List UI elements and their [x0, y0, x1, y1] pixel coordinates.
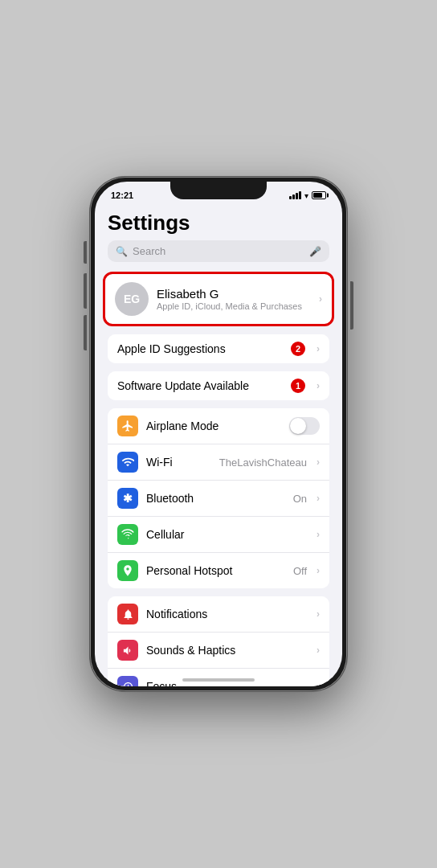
cellular-row[interactable]: Cellular › [108, 517, 329, 553]
software-badge: 1 [291, 379, 305, 393]
wifi-icon [117, 452, 138, 473]
software-update-label: Software Update Available [117, 379, 283, 392]
chevron-right-icon: › [317, 380, 320, 391]
volume-up-button [84, 273, 87, 309]
suggestions-section: Apple ID Suggestions 2 › [108, 334, 329, 363]
bluetooth-icon: ✱ [117, 488, 138, 509]
home-indicator [182, 678, 255, 682]
chevron-right-icon: › [317, 645, 320, 656]
signal-icon [289, 191, 301, 199]
bluetooth-label: Bluetooth [146, 492, 285, 505]
apple-id-subtitle: Apple ID, iCloud, Media & Purchases [157, 301, 311, 311]
wifi-row[interactable]: Wi-Fi TheLavishChateau › [108, 444, 329, 481]
apple-id-text: Elisabeth G Apple ID, iCloud, Media & Pu… [157, 287, 311, 311]
chevron-right-icon: › [317, 681, 320, 686]
focus-icon [117, 676, 138, 686]
sounds-label: Sounds & Haptics [146, 644, 308, 657]
status-time: 12:21 [111, 190, 133, 200]
chevron-right-icon: › [317, 608, 320, 620]
bluetooth-row[interactable]: ✱ Bluetooth On › [108, 481, 329, 517]
software-update-section: Software Update Available 1 › [108, 371, 329, 400]
battery-fill [313, 193, 322, 198]
page-title: Settings [95, 204, 342, 240]
notifications-section: Notifications › Sounds & Haptics › [108, 596, 329, 686]
airplane-mode-row[interactable]: Airplane Mode [108, 408, 329, 444]
mute-button [84, 241, 87, 264]
phone-screen: 12:21 ▾ Settings 🔍 Search [95, 182, 342, 686]
cellular-label: Cellular [146, 528, 308, 541]
notifications-icon [117, 604, 138, 624]
connectivity-section: Airplane Mode Wi-Fi TheLavishChateau › [108, 408, 329, 588]
apple-id-name: Elisabeth G [157, 287, 311, 301]
power-button [350, 281, 353, 330]
notifications-label: Notifications [146, 608, 308, 620]
focus-row[interactable]: Focus › [108, 669, 329, 686]
chevron-right-icon: › [317, 565, 320, 576]
suggestions-label: Apple ID Suggestions [117, 342, 283, 355]
airplane-mode-icon [117, 416, 138, 436]
chevron-right-icon: › [317, 493, 320, 504]
airplane-mode-label: Airplane Mode [146, 420, 281, 432]
search-icon: 🔍 [116, 246, 128, 257]
battery-icon [312, 191, 326, 199]
chevron-right-icon: › [317, 529, 320, 540]
notifications-row[interactable]: Notifications › [108, 596, 329, 633]
mic-icon: 🎤 [309, 246, 321, 257]
chevron-right-icon: › [317, 343, 320, 354]
chevron-right-icon: › [317, 457, 320, 468]
search-bar[interactable]: 🔍 Search 🎤 [108, 240, 329, 262]
hotspot-value: Off [293, 565, 307, 577]
hotspot-row[interactable]: Personal Hotspot Off › [108, 553, 329, 588]
chevron-right-icon: › [319, 293, 322, 305]
bluetooth-value: On [293, 493, 307, 505]
cellular-icon [117, 524, 138, 545]
phone-frame: 12:21 ▾ Settings 🔍 Search [90, 177, 347, 691]
volume-down-button [84, 315, 87, 350]
sounds-icon [117, 640, 138, 661]
wifi-label: Wi-Fi [146, 456, 211, 469]
notch [170, 182, 267, 199]
airplane-mode-toggle[interactable] [289, 417, 320, 435]
suggestions-badge: 2 [291, 342, 305, 356]
avatar: EG [115, 282, 149, 316]
apple-id-section[interactable]: EG Elisabeth G Apple ID, iCloud, Media &… [103, 272, 334, 326]
wifi-status-icon: ▾ [304, 191, 308, 200]
sounds-row[interactable]: Sounds & Haptics › [108, 633, 329, 669]
apple-id-row[interactable]: EG Elisabeth G Apple ID, iCloud, Media &… [105, 274, 332, 324]
hotspot-icon [117, 560, 138, 581]
hotspot-label: Personal Hotspot [146, 564, 285, 577]
wifi-value: TheLavishChateau [219, 457, 307, 469]
toggle-knob [290, 418, 306, 434]
search-input[interactable]: Search [133, 245, 304, 257]
suggestions-row[interactable]: Apple ID Suggestions 2 › [108, 334, 329, 363]
status-icons: ▾ [289, 191, 326, 200]
screen-content: Settings 🔍 Search 🎤 EG Elisabeth G Apple… [95, 204, 342, 686]
software-update-row[interactable]: Software Update Available 1 › [108, 371, 329, 400]
